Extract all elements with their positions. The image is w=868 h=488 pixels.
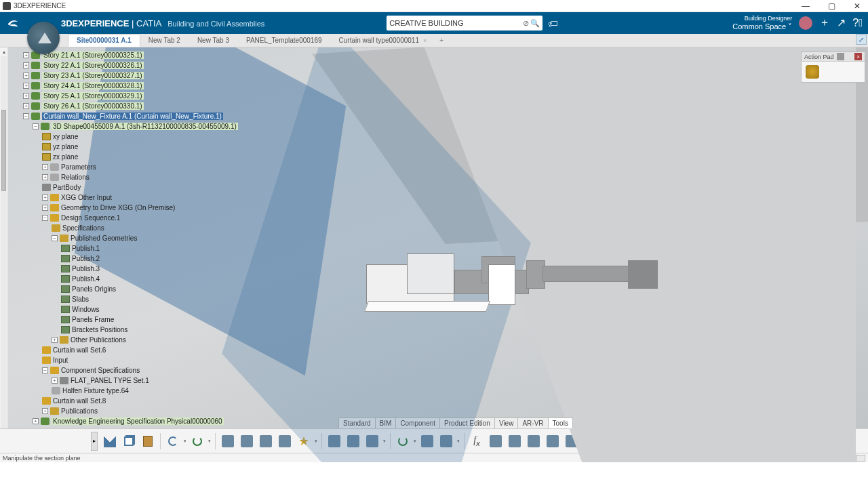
tool-button-10[interactable] <box>525 432 542 450</box>
add-tab-button[interactable]: + <box>435 34 448 47</box>
tree-story-23[interactable]: +Story 23 A.1 (Storey00000327.1) <box>11 70 238 81</box>
tree-slabs[interactable]: Slabs <box>11 294 238 304</box>
tree-component-specs[interactable]: −Component Specifications <box>11 365 238 375</box>
tool-tab-arvr[interactable]: AR-VR <box>517 418 548 428</box>
tree-scrollbar-vertical[interactable]: ▴ ▾ <box>0 47 8 462</box>
tree-published-geometries[interactable]: −Published Geometries <box>11 233 238 243</box>
tree-curtain-wall-set8[interactable]: Curtain wall Set.8 <box>11 396 238 406</box>
share-icon[interactable]: ↗ <box>837 16 846 29</box>
expand-icon[interactable]: + <box>42 174 48 180</box>
tree-brackets-positions[interactable]: Brackets Positions <box>11 325 238 335</box>
expand-icon[interactable]: + <box>42 164 48 170</box>
add-icon[interactable]: ＋ <box>819 16 830 30</box>
clear-search-icon[interactable]: ⊘ <box>521 18 530 28</box>
tab-new3[interactable]: New Tab 3 <box>189 34 238 47</box>
expand-tabs-button[interactable]: ⤢ <box>856 34 867 45</box>
tree-publications[interactable]: +Publications <box>11 406 238 416</box>
expand-icon[interactable]: + <box>42 408 48 414</box>
tree-panels-frame[interactable]: Panels Frame <box>11 314 238 325</box>
tree-yz-plane[interactable]: yz plane <box>11 142 238 152</box>
tree-input[interactable]: Input <box>11 355 238 365</box>
tree-relations[interactable]: +Relations <box>11 172 238 182</box>
undo-dropdown[interactable]: ▾ <box>182 432 188 450</box>
expand-icon[interactable]: + <box>23 83 29 89</box>
close-panel-icon[interactable]: × <box>854 53 862 60</box>
undo-button[interactable] <box>164 432 182 450</box>
expand-icon[interactable]: + <box>52 378 58 384</box>
tree-xy-plane[interactable]: xy plane <box>11 131 238 142</box>
collapse-icon[interactable]: − <box>42 367 48 373</box>
tree-xgg-input[interactable]: +XGG Other Input <box>11 192 238 203</box>
tab-site[interactable]: Site00000031 A.1 <box>68 34 140 47</box>
minimize-button[interactable]: — <box>797 1 814 11</box>
tree-publish-1[interactable]: Publish.1 <box>11 243 238 253</box>
tree-story-26[interactable]: +Story 26 A.1 (Storey00000330.1) <box>11 101 238 111</box>
pin-icon[interactable] <box>837 53 844 60</box>
expand-icon[interactable]: + <box>52 337 58 343</box>
tree-knowledge-spec[interactable]: +Knowledge Engineering Specification Phy… <box>11 416 238 426</box>
tree-specifications[interactable]: Specifications <box>11 223 238 233</box>
expand-icon[interactable]: + <box>23 93 29 99</box>
tool-button-3[interactable] <box>257 432 275 450</box>
tree-flat-panel-type[interactable]: +FLAT_PANEL TYPE Set.1 <box>11 375 238 386</box>
tree-publish-4[interactable]: Publish.4 <box>11 274 238 284</box>
tree-other-publications[interactable]: +Other Publications <box>11 335 238 345</box>
tab-new2[interactable]: New Tab 2 <box>140 34 189 47</box>
user-avatar[interactable] <box>799 16 812 30</box>
robot-icon[interactable] <box>806 65 819 79</box>
search-input[interactable] <box>389 19 521 27</box>
tool-button-11[interactable] <box>544 432 561 450</box>
close-button[interactable]: ✕ <box>849 1 865 11</box>
tool-button-2[interactable] <box>238 432 256 450</box>
tree-curtain-wall-set6[interactable]: Curtain wall Set.6 <box>11 345 238 355</box>
tree-geometry-drive[interactable]: +Geometry to Drive XGG (On Premise) <box>11 203 238 213</box>
tool-button-4[interactable] <box>276 432 294 450</box>
compass-button[interactable] <box>27 22 60 54</box>
tag-icon[interactable]: 🏷 <box>548 18 558 29</box>
collapse-icon[interactable]: − <box>23 113 29 119</box>
tree-publish-3[interactable]: Publish.3 <box>11 264 238 274</box>
status-slot-3[interactable] <box>856 455 865 462</box>
tab-curtain-wall[interactable]: Curtain wall type00000011× <box>331 34 436 47</box>
collapse-icon[interactable]: − <box>33 123 39 129</box>
toolbar-expand-handle[interactable]: ▸ <box>91 432 98 451</box>
maximize-button[interactable]: ▢ <box>823 1 840 11</box>
tree-halfen-fixture[interactable]: Halfen Fixture type.64 <box>11 386 238 396</box>
viewport[interactable]: ▴ ▾ +Story 21 A.1 (Storey00000325.1) +St… <box>0 47 868 462</box>
paste-button[interactable] <box>139 432 157 450</box>
expand-icon[interactable]: + <box>23 103 29 109</box>
formula-button[interactable]: fx <box>468 432 486 450</box>
copy-button[interactable] <box>120 432 138 450</box>
update-dropdown[interactable]: ▾ <box>207 432 212 450</box>
cut-button[interactable] <box>101 432 119 450</box>
tree-story-24[interactable]: +Story 24 A.1 (Storey00000328.1) <box>11 81 238 91</box>
tree-curtain-wall-fixture[interactable]: −Curtain wall_New_Fixture A.1 (Curtain w… <box>11 111 238 121</box>
tree-publish-2[interactable]: Publish.2 <box>11 253 238 264</box>
collapse-icon[interactable]: − <box>42 215 48 221</box>
role-display[interactable]: Building Designer Common Space ˅ <box>732 16 792 30</box>
search-icon[interactable]: 🔍 <box>530 18 540 28</box>
scroll-thumb[interactable] <box>1 110 6 191</box>
tool-button-1[interactable] <box>219 432 237 450</box>
expand-icon[interactable]: + <box>23 62 29 68</box>
tree-zx-plane[interactable]: zx plane <box>11 152 238 162</box>
tree-3d-shape[interactable]: −3D Shape00455009 A.1 (3sh-R113210000083… <box>11 121 238 131</box>
tree-design-sequence[interactable]: −Design Sequence.1 <box>11 213 238 223</box>
tool-tab-view[interactable]: View <box>494 418 519 428</box>
expand-icon[interactable]: + <box>23 73 29 79</box>
tree-panels-origins[interactable]: Panels Origins <box>11 284 238 294</box>
tree-story-25[interactable]: +Story 25 A.1 (Storey00000329.1) <box>11 91 238 101</box>
collapse-icon[interactable]: − <box>52 235 58 241</box>
update-button[interactable] <box>189 432 206 450</box>
search-box[interactable]: ⊘ 🔍 <box>387 16 542 30</box>
tree-story-22[interactable]: +Story 22 A.1 (Storey00000326.1) <box>11 60 238 70</box>
tab-close-icon[interactable]: × <box>423 37 427 44</box>
help-icon[interactable]: ?⃝ <box>852 17 863 29</box>
tree-parameters[interactable]: +Parameters <box>11 162 238 172</box>
tree-partbody[interactable]: PartBody <box>11 182 238 192</box>
scroll-up-arrow[interactable]: ▴ <box>0 47 7 56</box>
tree-windows[interactable]: Windows <box>11 304 238 314</box>
expand-icon[interactable]: + <box>42 195 48 201</box>
expand-icon[interactable]: + <box>23 52 29 58</box>
expand-icon[interactable]: + <box>33 418 39 424</box>
